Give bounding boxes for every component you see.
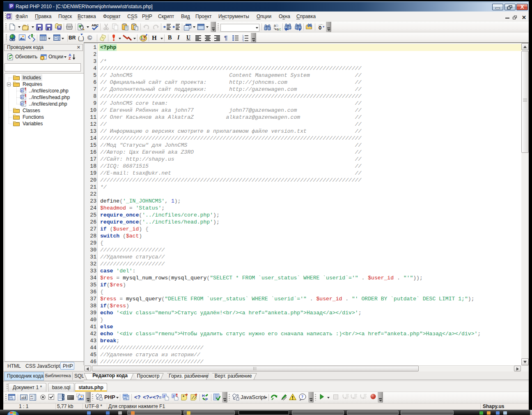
svg-text:O: O: [319, 25, 321, 30]
svg-text:H: H: [202, 394, 205, 398]
svg-text:#: #: [21, 102, 23, 106]
svg-text:#: #: [21, 89, 23, 92]
svg-text:cd: cd: [30, 397, 33, 400]
svg-text:#: #: [21, 95, 23, 99]
svg-text:a: a: [277, 27, 279, 31]
svg-text:P: P: [205, 397, 208, 401]
svg-text:3: 3: [242, 39, 244, 42]
svg-text:ab: ab: [21, 396, 25, 400]
svg-text:?: ?: [301, 394, 303, 399]
svg-text:c: c: [279, 27, 281, 31]
svg-text:*: *: [182, 395, 185, 400]
svg-text:a: a: [274, 23, 276, 28]
svg-text://: //: [191, 396, 197, 400]
